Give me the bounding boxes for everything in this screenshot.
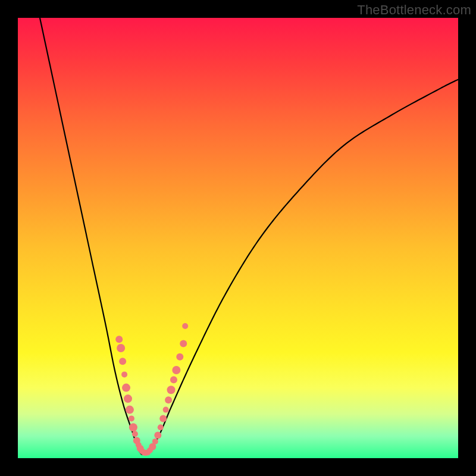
highlight-dot <box>119 358 126 365</box>
highlight-dot <box>176 353 183 361</box>
highlight-dot <box>126 406 134 414</box>
highlight-dot <box>180 340 187 347</box>
highlight-dot <box>167 386 176 394</box>
highlight-dot <box>182 323 188 329</box>
highlight-dot <box>129 415 134 421</box>
chart-frame: TheBottleneck.com <box>0 0 476 476</box>
highlight-dot <box>154 432 161 439</box>
highlight-dots <box>115 323 188 456</box>
highlight-dot <box>122 384 130 392</box>
highlight-dot <box>115 336 123 343</box>
highlight-dot <box>132 431 138 437</box>
highlight-dot <box>117 344 125 352</box>
highlight-dot <box>124 394 132 403</box>
highlight-dot <box>165 396 172 403</box>
highlight-dot <box>158 424 164 430</box>
highlight-dot <box>152 439 158 444</box>
highlight-dot <box>163 407 169 413</box>
highlight-dot <box>121 371 127 377</box>
highlight-dot <box>172 366 180 374</box>
highlight-dot <box>129 423 137 431</box>
bottleneck-curve <box>40 18 458 455</box>
highlight-dot <box>159 415 167 422</box>
chart-plot-area <box>18 18 458 458</box>
highlight-dot <box>170 376 177 383</box>
watermark-text: TheBottleneck.com <box>357 2 471 18</box>
chart-svg <box>18 18 458 458</box>
